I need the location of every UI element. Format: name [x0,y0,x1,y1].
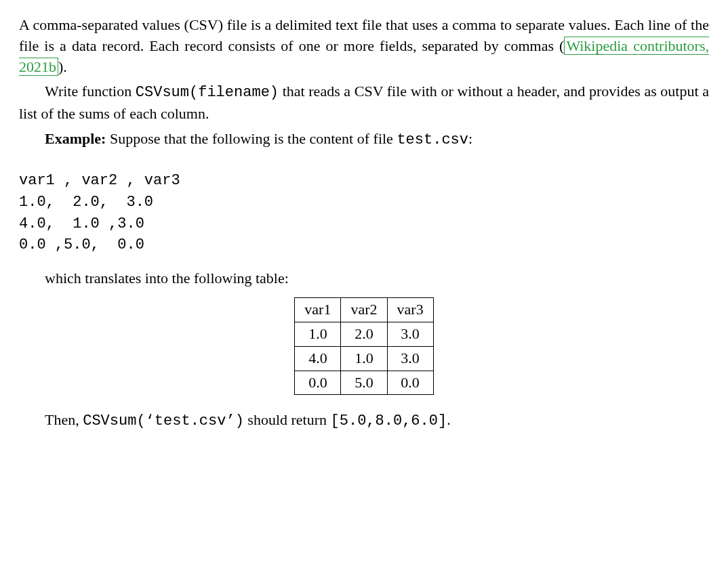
table-header-row: var1 var2 var3 [295,298,433,322]
table-cell: 0.0 [295,371,341,395]
table-cell: 0.0 [387,371,433,395]
table-cell: 3.0 [387,322,433,346]
csv-content-block: var1 , var2 , var3 1.0, 2.0, 3.0 4.0, 1.… [19,170,709,257]
translate-paragraph: which translates into the following tabl… [19,268,709,289]
result-paragraph: Then, CSVsum(‘test.csv’) should return [… [19,410,709,432]
table-row: 4.0 1.0 3.0 [295,346,433,371]
table-cell: 3.0 [387,346,433,371]
table-cell: 1.0 [295,322,341,346]
example-paragraph: Example: Suppose that the following is t… [19,129,709,151]
table-header-cell: var1 [295,298,341,322]
then-text-a: Then, [45,411,83,428]
table-header-cell: var2 [341,298,387,322]
then-text-b: should return [244,411,331,428]
table-row: 0.0 5.0 0.0 [295,371,433,395]
task-text-a: Write function [45,83,136,100]
example-filename: test.csv [397,131,468,148]
table-header-cell: var3 [387,298,433,322]
then-text-c: . [447,411,451,428]
then-code: CSVsum(‘test.csv’) [83,413,244,429]
table-cell: 1.0 [341,346,387,371]
table-row: 1.0 2.0 3.0 [295,322,433,346]
example-label: Example: [45,130,106,147]
then-result: [5.0,8.0,6.0] [331,413,447,429]
intro-text-b: ). [58,58,67,75]
table-cell: 2.0 [341,322,387,346]
intro-paragraph: A comma-separated values (CSV) file is a… [19,15,709,77]
csv-table: var1 var2 var3 1.0 2.0 3.0 4.0 1.0 3.0 0… [294,297,433,395]
example-text-a: Suppose that the following is the conten… [106,130,397,147]
translate-text: which translates into the following tabl… [45,270,289,287]
table-cell: 5.0 [341,371,387,395]
function-signature: CSVsum(filename) [136,84,279,101]
example-text-b: : [468,130,472,147]
task-paragraph: Write function CSVsum(filename) that rea… [19,81,709,125]
table-cell: 4.0 [295,346,341,371]
